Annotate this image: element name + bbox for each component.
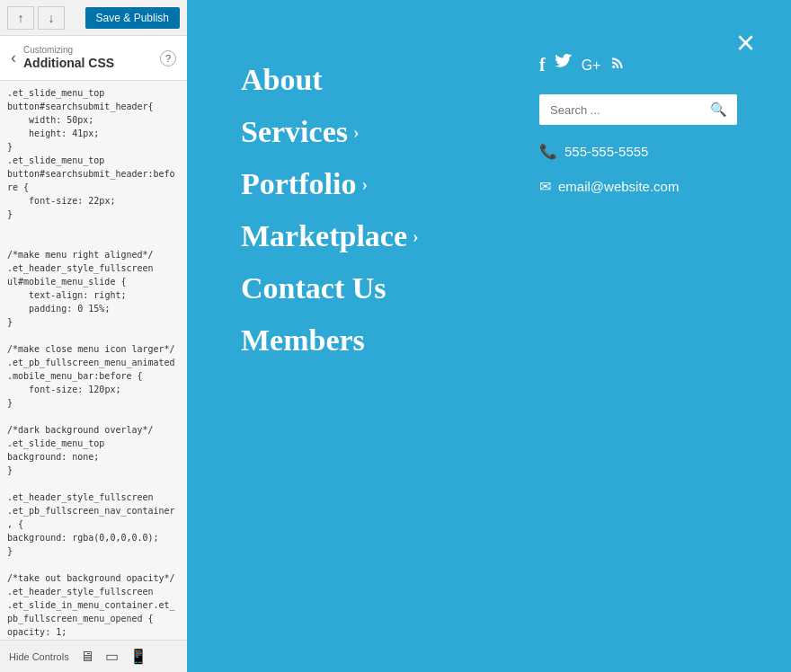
nav-label-marketplace: Marketplace (241, 219, 407, 253)
customizing-label: Customizing (23, 45, 160, 55)
nav-label-contact: Contact Us (241, 271, 386, 305)
desktop-icon: 🖥 (80, 649, 94, 664)
tablet-icon: ▭ (105, 649, 119, 664)
svg-point-0 (612, 66, 615, 68)
mobile-view-button[interactable]: 📱 (129, 648, 147, 665)
up-arrow-btn[interactable]: ↑ (7, 6, 34, 30)
panel-title: Additional CSS (23, 56, 114, 70)
close-menu-button[interactable]: × (736, 27, 755, 59)
down-arrow-btn[interactable]: ↓ (38, 6, 65, 30)
help-button[interactable]: ? (160, 50, 176, 66)
nav-label-portfolio: Portfolio (241, 167, 356, 201)
email-box: ✉ email@website.com (539, 178, 737, 195)
services-arrow-icon: › (353, 122, 360, 143)
email-address: email@website.com (558, 179, 679, 194)
search-box: 🔍 (539, 94, 737, 125)
nav-menu: About Services › Portfolio › Marketplace… (241, 54, 419, 367)
social-icons: f G+ (539, 54, 737, 76)
left-panel: ↑ ↓ Save & Publish ‹ Customizing Additio… (0, 0, 187, 672)
tablet-view-button[interactable]: ▭ (105, 648, 119, 665)
phone-number: 555-555-5555 (564, 144, 648, 159)
mobile-menu-overlay: × About Services › Portfolio › Marketpla… (187, 0, 791, 672)
facebook-icon[interactable]: f (539, 55, 546, 75)
back-button[interactable]: ‹ (11, 49, 16, 67)
nav-item-about[interactable]: About (241, 54, 419, 106)
nav-label-members: Members (241, 323, 365, 358)
twitter-icon[interactable] (555, 54, 573, 76)
nav-arrows: ↑ ↓ (7, 6, 65, 30)
search-icon: 🔍 (710, 102, 727, 117)
top-bar: ↑ ↓ Save & Publish (0, 0, 187, 36)
marketplace-arrow-icon: › (413, 226, 419, 247)
right-sidebar: f G+ 🔍 📞 555-555-5555 ✉ email@website.co… (539, 54, 737, 195)
search-button[interactable]: 🔍 (701, 94, 736, 125)
nav-item-portfolio[interactable]: Portfolio › (241, 158, 419, 210)
customizer-header: ‹ Customizing Additional CSS ? (0, 36, 187, 81)
css-editor[interactable]: .et_slide_menu_top button#searchsubmit_h… (0, 81, 187, 640)
googleplus-icon[interactable]: G+ (582, 57, 601, 74)
search-input[interactable] (539, 96, 701, 124)
nav-label-services: Services (241, 115, 348, 149)
email-icon: ✉ (539, 178, 551, 195)
customizer-info: Customizing Additional CSS (23, 45, 160, 71)
mobile-icon: 📱 (129, 649, 147, 664)
nav-item-contact[interactable]: Contact Us (241, 262, 419, 314)
save-publish-button[interactable]: Save & Publish (85, 7, 180, 29)
nav-item-marketplace[interactable]: Marketplace › (241, 210, 419, 262)
desktop-view-button[interactable]: 🖥 (80, 649, 94, 665)
phone-box: 📞 555-555-5555 (539, 143, 737, 160)
nav-item-members[interactable]: Members (241, 314, 419, 367)
nav-item-services[interactable]: Services › (241, 106, 419, 158)
portfolio-arrow-icon: › (361, 174, 368, 195)
hide-controls-button[interactable]: Hide Controls (9, 651, 69, 662)
phone-icon: 📞 (539, 143, 557, 160)
rss-icon[interactable] (609, 55, 626, 75)
bottom-bar: Hide Controls 🖥 ▭ 📱 (0, 640, 187, 672)
nav-label-about: About (241, 63, 323, 97)
